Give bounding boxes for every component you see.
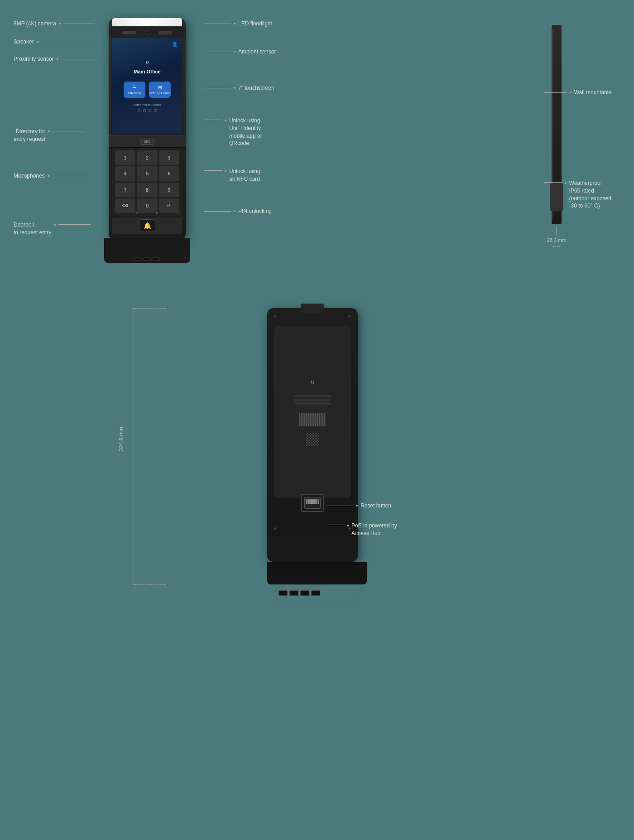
eth-inner <box>304 497 321 509</box>
unlock-qr-label: Unlock usingUniFi Identitymobile app orQ… <box>229 117 262 147</box>
annotation-wall-mountable: Wall mountable <box>544 89 611 97</box>
keypad: 1 2 3 4 5 6 7 8 9 ⌫ 0 ↵ <box>112 148 182 216</box>
base-port-2 <box>144 257 151 261</box>
key-2[interactable]: 2 <box>137 150 157 165</box>
pin-3 <box>309 499 311 504</box>
camera-lens <box>145 30 149 35</box>
weatherproof-dot <box>565 182 567 184</box>
key-3[interactable]: 3 <box>159 150 179 165</box>
microphones-dot <box>48 175 49 177</box>
annotation-touchscreen: 7" touchscreen <box>204 84 274 92</box>
camera-dot <box>59 23 61 24</box>
text-line-3 <box>294 402 331 405</box>
back-base-ports <box>276 588 358 602</box>
ubiquiti-logo: ᵁ <box>146 60 149 67</box>
doorbell-line <box>58 224 91 225</box>
annotation-poe: PoE in powered byAccess Hub <box>326 522 397 537</box>
dot-3 <box>149 109 151 112</box>
key-7[interactable]: 7 <box>115 183 135 197</box>
directory-label: Directory forentry request <box>14 128 45 143</box>
ambient-label: Ambient sensor <box>238 48 276 56</box>
annotation-camera: 8MP (4K) camera <box>14 20 95 28</box>
key-enter[interactable]: ↵ <box>159 198 179 213</box>
speaker-grille-left <box>122 31 136 34</box>
back-top-notch <box>301 304 324 313</box>
microphones-label: Microphones <box>14 172 45 180</box>
dimension-28: 28.3 mm <box>547 227 567 247</box>
device-base <box>104 238 190 263</box>
poe-label: PoE in powered byAccess Hub <box>351 522 397 537</box>
touchscreen-label: 7" touchscreen <box>238 84 274 92</box>
led-dot <box>234 23 235 24</box>
directory-btn-label: Directory <box>128 92 141 95</box>
device-body: 👤 ᵁ Main Office ☰ Directory ⊞ Scan QR Co… <box>109 18 186 240</box>
doorbell-button[interactable]: 🔔 <box>139 219 155 232</box>
proximity-dot <box>57 58 58 60</box>
key-4[interactable]: 4 <box>115 166 135 181</box>
key-backspace[interactable]: ⌫ <box>115 198 135 213</box>
mic-left <box>136 212 138 214</box>
base-port-1 <box>134 257 142 261</box>
doorbell-dot <box>54 224 56 226</box>
key-9[interactable]: 9 <box>159 183 179 197</box>
camera-line <box>63 24 95 24</box>
pin-6 <box>314 499 316 504</box>
base-port-3 <box>153 257 160 261</box>
ambient-line <box>204 52 231 52</box>
back-panel: ᵁ <box>274 326 351 498</box>
key-1[interactable]: 1 <box>115 150 135 165</box>
annotation-microphones: Microphones <box>14 172 88 180</box>
mic-right <box>156 212 158 214</box>
microphones-line <box>52 176 88 176</box>
dim-label-324: 324.8 mm <box>118 427 125 451</box>
person-icon: 👤 <box>172 42 178 47</box>
weatherproof-label: WeatherproofIP65 rated(outdoor exposed-3… <box>569 179 611 210</box>
key-8[interactable]: 8 <box>137 183 157 197</box>
annotation-pin: PIN unlocking <box>204 208 272 215</box>
nfc-badge: NFC <box>140 139 154 145</box>
unlock-nfc-dot <box>225 170 226 172</box>
text-line-2 <box>294 399 331 401</box>
qr-icon: ⊞ <box>158 85 162 91</box>
screw-tr <box>348 315 351 318</box>
screen[interactable]: 👤 ᵁ Main Office ☰ Directory ⊞ Scan QR Co… <box>112 38 182 133</box>
annotation-speaker: Speaker <box>14 38 96 46</box>
led-label: LED floodlight <box>238 20 272 28</box>
speaker-dot <box>37 41 38 43</box>
back-qr <box>306 433 319 446</box>
doorbell-area: 🔔 <box>112 217 182 234</box>
unlock-nfc-label: Unlock usingan NFC card <box>229 168 260 183</box>
microphone-indicators <box>109 212 186 217</box>
touchscreen-dot <box>234 87 235 89</box>
dim-dashed-bottom <box>134 584 166 585</box>
wall-mountable-line <box>544 92 567 93</box>
camera-label: 8MP (4K) camera <box>14 20 56 28</box>
qr-code-button[interactable]: ⊞ Scan QR Code <box>149 82 171 98</box>
annotation-weatherproof: WeatherproofIP65 rated(outdoor exposed-3… <box>544 179 611 210</box>
enter-pin-text: Enter PIN to Unlock <box>133 103 161 106</box>
speaker-grille-right <box>158 31 172 34</box>
pin-7 <box>316 499 317 504</box>
proximity-line <box>61 59 97 59</box>
ambient-dot <box>234 51 235 53</box>
led-strip <box>112 18 182 26</box>
directory-button[interactable]: ☰ Directory <box>124 82 145 98</box>
directory-icon: ☰ <box>132 85 137 91</box>
screen-title: Main Office <box>134 69 160 74</box>
poe-dot <box>347 525 349 526</box>
annotation-doorbell: Doorbellto request entry <box>14 221 91 237</box>
back-bottom-strip <box>267 537 358 562</box>
annotation-unlock-qr: Unlock usingUniFi Identitymobile app orQ… <box>204 117 262 147</box>
top-section: 8MP (4K) camera Speaker Proximity sensor… <box>0 0 634 290</box>
back-port-3 <box>300 590 309 596</box>
pin-label: PIN unlocking <box>238 208 272 215</box>
screen-buttons: ☰ Directory ⊞ Scan QR Code <box>124 82 171 98</box>
key-5[interactable]: 5 <box>137 166 157 181</box>
speaker-line <box>41 42 96 42</box>
key-6[interactable]: 6 <box>159 166 179 181</box>
nfc-area[interactable]: NFC <box>109 135 186 148</box>
dim-dashed-top <box>134 308 166 309</box>
back-base-mount <box>267 562 367 584</box>
key-0[interactable]: 0 <box>137 198 157 213</box>
pin-8 <box>318 499 319 504</box>
